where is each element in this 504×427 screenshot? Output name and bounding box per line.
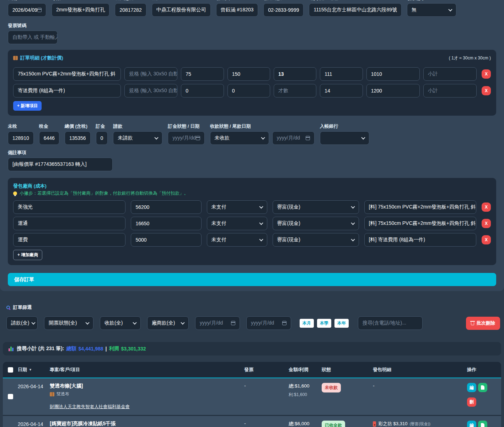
payment-status-select[interactable]: 未收款: [210, 131, 269, 145]
table-row: 2026-04-14 [媽寶超市]亮膜冷凍貼紙5千張 亮膜冷凍貼紙 - 總:$6…: [3, 416, 501, 427]
vendor-bank-select[interactable]: 譽富(現金): [273, 217, 359, 230]
filter-date-from-input[interactable]: yyyy/月/dd: [195, 316, 240, 330]
tax-label: 稅金: [39, 123, 59, 129]
remove-vendor-button[interactable]: X: [482, 219, 491, 228]
client-link[interactable]: 財團法人天主教失智老人社會福利基金會: [50, 404, 130, 410]
header-date[interactable]: 日期 ▼: [18, 367, 50, 373]
vendor-status-select[interactable]: 未支付: [207, 233, 267, 247]
document-icon: [481, 385, 484, 390]
vendor-row: 運費 5000 未支付 譽富(現金) [料] 寄送費用 (8組為一件) X: [13, 233, 491, 247]
item-width-input[interactable]: 75: [181, 67, 224, 81]
vendor-status-select[interactable]: 未支付: [207, 217, 267, 230]
chevron-down-icon: [261, 136, 265, 139]
amount-total: 總:$1,600: [289, 383, 322, 389]
final-payment-date-input[interactable]: yyyy/月/dd: [272, 131, 315, 145]
chevron-down-icon: [351, 237, 355, 241]
field-remarks: 備註事項 [由報價單 #1774365537163 轉入]: [8, 150, 496, 171]
this-month-button[interactable]: 本月: [300, 319, 314, 328]
row-actions: 編 刪: [467, 383, 501, 410]
batch-delete-button[interactable]: 批次刪除: [466, 317, 500, 330]
bank-select[interactable]: [320, 131, 369, 145]
delete-button[interactable]: 刪: [467, 397, 476, 407]
deposit-input[interactable]: 0: [96, 131, 108, 145]
remove-vendor-button[interactable]: X: [482, 235, 491, 244]
project-input[interactable]: 2mm發泡板+四角打孔: [52, 3, 109, 17]
customer-id-input[interactable]: 20817282: [115, 3, 146, 17]
vendor-amount-input[interactable]: 16650: [131, 217, 201, 230]
header-status: 狀態: [322, 367, 373, 373]
item-height-input[interactable]: 150: [227, 67, 270, 81]
this-quarter-button[interactable]: 本季: [317, 319, 331, 328]
remove-vendor-button[interactable]: X: [482, 202, 491, 212]
vendor-item-select[interactable]: [料] 75x150cm PVC霧+2mm發泡板+四角打孔 斜: [364, 200, 476, 214]
calendar-icon[interactable]: [231, 321, 235, 325]
add-vendor-button[interactable]: + 增加廠商: [13, 250, 42, 260]
vendor-bank-select[interactable]: 譽富(現金): [273, 233, 359, 247]
vendor-amount-input[interactable]: 56200: [131, 200, 201, 214]
copy-button[interactable]: [478, 383, 487, 392]
item-spec-input[interactable]: 規格 (輸入 30x50 自動算才數): [124, 67, 177, 81]
filter-invoice-status-select[interactable]: 開票狀態(全): [44, 316, 93, 330]
status-badge: 已收全款: [322, 421, 345, 427]
save-order-button[interactable]: 儲存訂單: [8, 273, 496, 286]
total-input[interactable]: 135356: [65, 131, 91, 145]
row-checkbox[interactable]: [8, 394, 13, 399]
customer-input[interactable]: 中鼎工程股份有限公司: [152, 3, 211, 17]
this-year-button[interactable]: 本年: [334, 319, 349, 328]
remove-item-button[interactable]: X: [482, 86, 491, 95]
vendor-name-input[interactable]: 美強光: [13, 200, 125, 214]
item-height-input[interactable]: 0: [227, 84, 270, 97]
field-date: 日期 2026/04/09: [8, 0, 46, 17]
edit-button[interactable]: 編: [467, 383, 476, 392]
search-input[interactable]: 搜尋(含電話/地址)...: [358, 316, 423, 330]
vendor-name-input[interactable]: 運通: [13, 217, 125, 230]
vendor-item-select[interactable]: [料] 75x150cm PVC霧+2mm發泡板+四角打孔 斜: [364, 217, 476, 230]
vendor-name-input[interactable]: 運費: [13, 233, 125, 247]
item-price-input[interactable]: 1010: [366, 67, 420, 81]
item-cai-input[interactable]: 13: [274, 67, 316, 81]
filter-date-to-input[interactable]: yyyy/月/dd: [246, 316, 291, 330]
unit-note: ( 1才 = 30cm x 30cm ): [449, 55, 491, 61]
select-all-checkbox[interactable]: [8, 367, 13, 373]
address-input[interactable]: 11155台北市士林區中山北路六段89號: [309, 3, 401, 17]
tax-input[interactable]: 6446: [39, 131, 59, 145]
item-cai-input[interactable]: 才數: [274, 84, 316, 97]
filter-vendor-payment-select[interactable]: 廠商款(全): [147, 316, 189, 330]
vendor-item-select[interactable]: [料] 寄送費用 (8組為一件): [364, 233, 476, 247]
filter-billing-select[interactable]: 請款(全): [6, 316, 38, 330]
filter-payment-select[interactable]: 收款(全): [100, 316, 141, 330]
remarks-input[interactable]: [由報價單 #1774365537163 轉入]: [8, 158, 113, 171]
item-name-input[interactable]: 75x150cm PVC霧+2mm發泡板+四角打孔 斜: [13, 67, 121, 81]
item-qty-input[interactable]: 111: [320, 67, 363, 81]
item-subtotal-input[interactable]: 小計: [423, 67, 477, 81]
calendar-icon[interactable]: [196, 136, 200, 140]
contact-input[interactable]: 曾鈺涵 #18203: [216, 3, 258, 17]
untaxed-input[interactable]: 128910: [8, 131, 34, 145]
calendar-icon[interactable]: [282, 321, 286, 325]
date-input[interactable]: 2026/04/09: [8, 3, 46, 17]
field-phone: 聯絡電話 02-2833-9999: [263, 0, 304, 17]
calendar-icon[interactable]: [306, 136, 310, 140]
copy-button[interactable]: [478, 421, 487, 427]
calendar-icon[interactable]: [37, 8, 42, 12]
vendor-bank-select[interactable]: 譽富(現金): [273, 200, 359, 214]
invoice-req-select[interactable]: 無: [407, 3, 456, 17]
item-width-input[interactable]: 0: [181, 84, 224, 97]
invoice-no-input[interactable]: 自動帶入 或 手動輸入: [8, 31, 58, 44]
item-price-input[interactable]: 1200: [366, 84, 420, 97]
vendor-amount-input[interactable]: 5000: [131, 233, 201, 247]
vendor-status-select[interactable]: 未支付: [207, 200, 267, 214]
item-subtotal-input[interactable]: 小計: [423, 84, 477, 97]
remove-item-button[interactable]: X: [482, 69, 491, 79]
billing-select[interactable]: 未請款: [113, 131, 162, 145]
add-item-button[interactable]: + 新增項目: [13, 101, 42, 111]
deposit-date-input[interactable]: yyyy/月/dd: [168, 131, 204, 145]
order-title: 雙透布條[大腦]: [50, 383, 244, 389]
edit-button[interactable]: 編: [467, 421, 476, 427]
item-name-input[interactable]: 寄送費用 (8組為一件): [13, 84, 121, 97]
field-deposit: 訂金 0: [96, 123, 108, 145]
item-spec-input[interactable]: 規格 (輸入 30x50 自動算才數): [124, 84, 177, 97]
phone-input[interactable]: 02-2833-9999: [263, 3, 304, 17]
item-qty-input[interactable]: 14: [320, 84, 363, 97]
field-invoice-req: 發票需求 無: [407, 0, 456, 17]
